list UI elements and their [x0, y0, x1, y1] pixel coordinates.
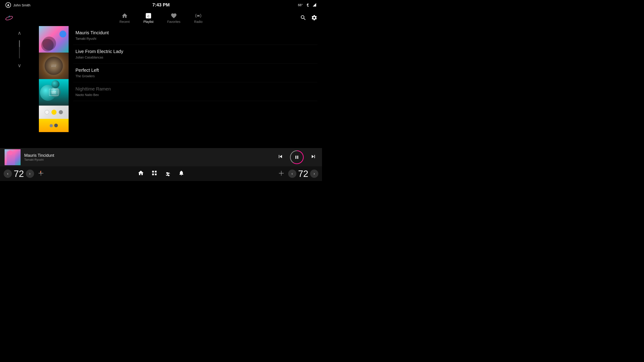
tab-recent-label: Recent — [120, 20, 130, 23]
album-thumb-5[interactable] — [39, 119, 68, 132]
song-item-3[interactable]: Nighttime Ramen Naoto Naito Bev — [73, 82, 318, 101]
song-item-0[interactable]: Mauris Tincidunt Tamaki Ryushi — [73, 26, 318, 45]
signal-icon — [312, 3, 316, 7]
tab-radio[interactable]: Radio — [194, 12, 202, 23]
album-thumb-4[interactable] — [39, 106, 68, 119]
album-thumbnails: LOREMIPSUM. coLor ShAPE — [39, 26, 68, 166]
song-list: Mauris Tincidunt Tamaki Ryushi Live From… — [68, 26, 322, 166]
ac-right-icon — [278, 170, 284, 178]
home-button[interactable] — [138, 170, 144, 178]
bell-button[interactable] — [178, 170, 184, 177]
ac-left-icon — [38, 170, 44, 178]
album-list: LOREMIPSUM. coLor ShAPE — [39, 26, 322, 166]
current-time: 7:43 PM — [152, 2, 170, 7]
svg-point-7 — [40, 173, 42, 174]
album-thumb-2[interactable]: LOREMIPSUM. — [39, 52, 68, 79]
user-name: John Smith — [13, 3, 30, 7]
temp-left-prev[interactable]: ‹ — [4, 170, 12, 178]
status-right: 68° — [298, 3, 316, 7]
song-title-3: Nighttime Ramen — [76, 86, 315, 92]
app-logo: ♪ — [4, 13, 14, 23]
song-item-1[interactable]: Live From Electric Lady Julian Casablanc… — [73, 45, 318, 63]
tab-playlist[interactable]: ♫ Playlist — [144, 12, 154, 23]
color-shape-label: coLor ShAPE — [50, 91, 58, 94]
svg-point-8 — [168, 173, 168, 174]
previous-button[interactable] — [276, 152, 284, 162]
scroll-down-button[interactable]: ∨ — [16, 61, 23, 70]
svg-point-0 — [8, 4, 9, 5]
album-thumb-3[interactable]: coLor ShAPE — [39, 79, 68, 106]
scroll-track — [19, 40, 20, 58]
tab-radio-label: Radio — [194, 20, 202, 23]
svg-text:♫: ♫ — [147, 14, 150, 18]
play-pause-button[interactable] — [290, 150, 304, 164]
temp-left-next[interactable]: › — [26, 170, 34, 178]
nav-tabs: Recent ♫ Playlist Favorites Radio — [120, 12, 202, 23]
song-artist-2: The Growlers — [76, 74, 315, 78]
fan-button[interactable] — [165, 170, 171, 178]
bottom-left: ‹ 72 › — [4, 169, 44, 179]
settings-button[interactable] — [311, 15, 318, 22]
song-title-2: Perfect Left — [76, 68, 315, 73]
svg-marker-1 — [313, 3, 316, 6]
svg-point-9 — [280, 173, 282, 174]
song-artist-1: Julian Casablancas — [76, 55, 315, 59]
temp-left-display: 72 — [14, 169, 24, 179]
now-playing-bar: Mauris Tincidunt Tamaki Ryushi — [0, 148, 322, 166]
status-bar: John Smith 7:43 PM 68° — [0, 0, 322, 10]
search-button[interactable] — [300, 15, 306, 22]
temp-right-prev[interactable]: ‹ — [288, 170, 296, 178]
svg-text:♪: ♪ — [8, 14, 10, 18]
bottom-right: ‹ 72 › — [278, 169, 318, 179]
next-button[interactable] — [309, 152, 318, 162]
tab-playlist-label: Playlist — [144, 20, 154, 23]
tab-favorites-label: Favorites — [167, 20, 180, 23]
song-artist-0: Tamaki Ryushi — [76, 37, 315, 40]
now-playing-artist: Tamaki Ryushi — [24, 158, 272, 161]
playback-controls — [276, 150, 318, 164]
album-thumb-1[interactable] — [39, 26, 68, 52]
nav-bar: ♪ Recent ♫ Playlist Favorites — [0, 10, 322, 26]
now-playing-title: Mauris Tincidunt — [24, 153, 272, 158]
temp-right-display: 72 — [298, 169, 308, 179]
album-items: LOREMIPSUM. coLor ShAPE — [39, 26, 322, 166]
temp-right-next[interactable]: › — [310, 170, 318, 178]
sidebar-scroll: ∧ ∨ — [0, 26, 39, 166]
song-title-0: Mauris Tincidunt — [76, 30, 315, 35]
tab-recent[interactable]: Recent — [120, 12, 130, 23]
song-artist-3: Naoto Naito Bev — [76, 93, 315, 97]
nav-actions — [300, 15, 318, 22]
status-left: John Smith — [6, 2, 30, 8]
song-title-1: Live From Electric Lady — [76, 49, 315, 54]
song-item-2[interactable]: Perfect Left The Growlers — [73, 63, 318, 82]
bluetooth-icon — [306, 3, 310, 7]
temperature-display: 68° — [298, 3, 303, 7]
now-playing-thumbnail — [4, 149, 20, 165]
bottom-center — [138, 170, 184, 178]
svg-point-6 — [198, 15, 199, 17]
user-avatar — [6, 2, 11, 8]
scroll-thumb — [19, 40, 20, 47]
bottom-nav: ‹ 72 › — [0, 166, 322, 181]
grid-button[interactable] — [152, 170, 157, 177]
lorem-ipsum-label: LOREMIPSUM. — [44, 57, 63, 75]
tab-favorites[interactable]: Favorites — [167, 12, 180, 23]
main-content: ∧ ∨ LOREMIPSUM. — [0, 26, 322, 166]
scroll-up-button[interactable]: ∧ — [16, 28, 23, 38]
now-playing-info: Mauris Tincidunt Tamaki Ryushi — [24, 153, 272, 161]
